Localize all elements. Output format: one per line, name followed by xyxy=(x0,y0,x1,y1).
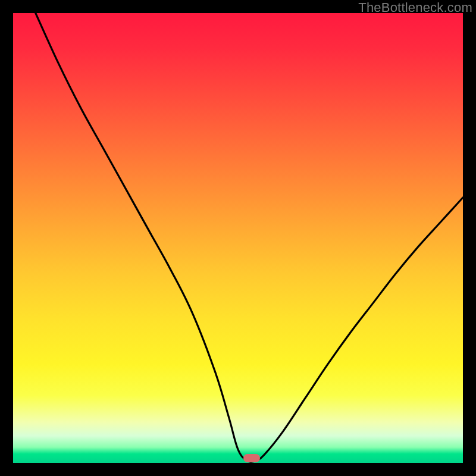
bottleneck-curve-path xyxy=(36,13,463,462)
chart-plot-area xyxy=(13,13,463,463)
curve-svg xyxy=(13,13,463,463)
watermark-label: TheBottleneck.com xyxy=(358,0,472,15)
chart-frame: TheBottleneck.com xyxy=(0,0,476,476)
optimum-marker xyxy=(243,454,260,462)
